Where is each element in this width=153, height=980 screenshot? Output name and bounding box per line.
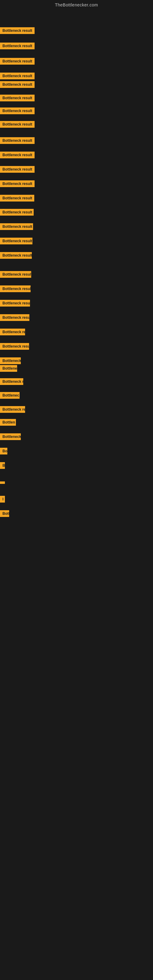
bottleneck-result-badge: Bottleneck result (0, 73, 35, 79)
bottleneck-result-badge: Bottleneck re (0, 406, 25, 413)
bottleneck-result-badge: Bottleneck re (0, 329, 25, 335)
bottleneck-result-badge: Bottlen (0, 419, 16, 426)
bottleneck-result-badge: Bottleneck result (0, 285, 30, 292)
bottleneck-result-badge: B (0, 462, 5, 469)
bottleneck-result-badge: Bottleneck result (0, 271, 31, 278)
bottleneck-result-badge: Bottlenec (0, 392, 19, 399)
bottleneck-result-badge: Bottleneck result (0, 300, 30, 307)
bottleneck-result-badge: Bottleneck result (0, 121, 35, 128)
bottleneck-result-badge: Bottleneck result (0, 58, 35, 65)
bottleneck-result-badge: Bottleneck resul (0, 343, 29, 350)
bottleneck-result-badge: Bottleneck result (0, 238, 32, 244)
bottleneck-result-badge (0, 481, 5, 484)
bottleneck-result-badge: Bottleneck (0, 357, 21, 364)
bottleneck-result-badge: I (0, 496, 5, 503)
bottleneck-result-badge: Bottleneck result (0, 43, 35, 49)
bottleneck-result-badge: Bottleneck result (0, 252, 32, 259)
site-title: TheBottlenecker.com (0, 0, 153, 10)
bottleneck-result-badge: Bottleneck result (0, 166, 35, 173)
bottleneck-result-badge: Bottleneck result (0, 27, 35, 34)
bottleneck-result-badge: Bottleneck result (0, 314, 29, 321)
bottleneck-result-badge: Bottleneck result (0, 95, 35, 101)
bottleneck-result-badge: Bottleneck result (0, 81, 35, 88)
bottleneck-result-badge: Bottleneck result (0, 209, 33, 216)
bottleneck-result-badge: Bott (0, 510, 9, 517)
bottleneck-result-badge: Bottleneck result (0, 223, 33, 230)
bottleneck-result-badge: Bottleneck result (0, 151, 35, 158)
bottleneck-result-badge: Bottleneck r (0, 378, 23, 385)
bottleneck-result-badge: Bottlene (0, 365, 17, 372)
bottleneck-result-badge: Bottleneck result (0, 108, 35, 114)
bottleneck-result-badge: Bottleneck result (0, 137, 35, 144)
bottleneck-result-badge: Bottleneck (0, 433, 21, 440)
bottleneck-result-badge: Bottleneck result (0, 195, 34, 202)
bottleneck-result-badge: Bo (0, 448, 7, 455)
bottleneck-result-badge: Bottleneck result (0, 180, 35, 187)
